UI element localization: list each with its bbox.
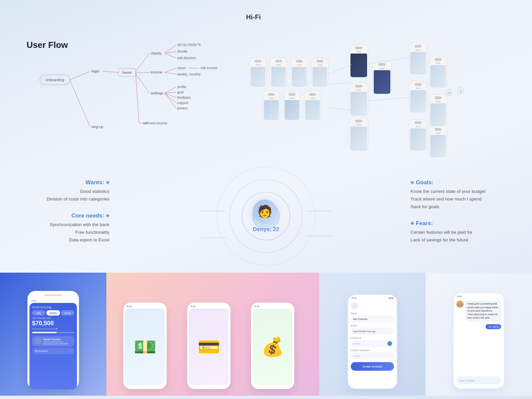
name-field[interactable]: Joe Cosmas bbox=[351, 315, 394, 323]
chat-bubble: Yearly goal is something that would make… bbox=[465, 301, 501, 322]
svg-text:add new income: add new income bbox=[143, 121, 167, 125]
svg-text:feedback: feedback bbox=[177, 96, 191, 99]
progress-bar-fill bbox=[32, 332, 57, 333]
icon-screen-1: 💵 bbox=[125, 309, 165, 385]
svg-text:-1: -1 bbox=[459, 89, 462, 93]
svg-line-44 bbox=[368, 97, 409, 101]
svg-line-5 bbox=[102, 71, 119, 72]
daily-toggle[interactable]: daily bbox=[32, 310, 46, 316]
person-avatar: 🧑 bbox=[253, 200, 277, 223]
mockup-phone-3 bbox=[291, 58, 308, 87]
greeting-text: Good morning, bbox=[32, 306, 74, 309]
bottom-panel-signup: 9:41 ●●● ← Name Joe Cosmas Email SuperMi… bbox=[319, 273, 426, 396]
mockup-phone-9 bbox=[372, 61, 392, 94]
svg-text:privacy: privacy bbox=[177, 106, 188, 110]
person-name: Denys, 22 bbox=[253, 226, 279, 233]
back-button[interactable]: ← bbox=[351, 302, 358, 310]
confirm-field[interactable]: •••••••• bbox=[351, 352, 394, 359]
svg-text:goal: goal bbox=[177, 90, 184, 94]
account-card: David Cosmas supermin@nHelp.app My yearl… bbox=[32, 336, 74, 346]
weekly-toggle[interactable]: weekly bbox=[47, 310, 60, 316]
confirm-label: Confirm Password bbox=[351, 349, 394, 351]
hifi-mockups-container: -1 -1 bbox=[246, 24, 512, 151]
mockup-phone-16 bbox=[409, 119, 427, 151]
fears-title: Fears: bbox=[411, 220, 485, 226]
mockup-phone-8 bbox=[349, 44, 368, 77]
chat-placeholder: Type message... bbox=[459, 379, 476, 382]
wants-text: Good statistics Division of costs into c… bbox=[47, 188, 109, 203]
status-time: 9:41 bbox=[351, 297, 357, 300]
svg-text:edit direction: edit direction bbox=[177, 56, 196, 60]
bottom-panel-3d-icons: 9:41 💵 9:41 💳 9:41 💰 bbox=[106, 273, 319, 396]
email-field[interactable]: SuperMin@nHelp.app bbox=[351, 328, 394, 335]
create-account-btn[interactable]: Create Account bbox=[351, 362, 394, 371]
time-2: 9:41 bbox=[188, 303, 230, 309]
bottom-panel-chat: 9:41 🤖 Yearly goal is something that wou… bbox=[426, 273, 532, 396]
wants-section: Wants: Good statistics Division of costs… bbox=[47, 179, 109, 203]
svg-line-11 bbox=[136, 74, 150, 93]
goal-label: Your Monthly Goal bbox=[32, 317, 74, 319]
account-details: David Cosmas supermin@nHelp.app My yearl… bbox=[44, 338, 68, 345]
user-bubble: OK, got it! bbox=[485, 324, 501, 329]
my-account-label: My Account bbox=[35, 349, 48, 352]
mockup-phone-15 bbox=[429, 94, 447, 126]
hifi-title: Hi-Fi bbox=[246, 13, 512, 21]
signal-icons: ●●● bbox=[389, 297, 394, 300]
svg-line-30 bbox=[165, 92, 176, 93]
user-text: OK, got it! bbox=[488, 326, 498, 328]
mockup-phone-6 bbox=[283, 91, 301, 120]
credit-card-3d-icon: 💳 bbox=[198, 336, 220, 358]
svg-text:report: report bbox=[177, 66, 186, 70]
top-section: User Flow onboarding login sing up home bbox=[0, 0, 532, 153]
password-field[interactable]: •••••••• bbox=[351, 340, 394, 347]
fears-dot bbox=[411, 221, 414, 225]
svg-line-12 bbox=[136, 72, 139, 123]
svg-text:edit income: edit income bbox=[200, 66, 218, 70]
chat-row: 🤖 Yearly goal is something that would ma… bbox=[457, 301, 501, 322]
fears-section: Fears: Certain features will be paid for… bbox=[411, 220, 485, 244]
svg-point-47 bbox=[457, 87, 464, 94]
svg-text:set up charily %: set up charily % bbox=[177, 43, 201, 47]
svg-point-45 bbox=[446, 89, 452, 96]
back-row[interactable]: ← bbox=[351, 302, 394, 310]
mockup-phone-1 bbox=[249, 58, 267, 87]
svg-text:login: login bbox=[91, 69, 99, 73]
goals-dot bbox=[411, 181, 414, 184]
svg-text:home: home bbox=[122, 70, 132, 74]
core-needs-section: Core needs: Synchronization with the ban… bbox=[47, 212, 109, 244]
status-bar: 9:41 bbox=[28, 297, 78, 303]
icon-phone-1: 9:41 💵 bbox=[123, 303, 167, 389]
svg-text:sing up: sing up bbox=[91, 125, 103, 129]
svg-text:profile: profile bbox=[177, 85, 187, 89]
yearly-toggle[interactable]: yearly bbox=[61, 310, 74, 316]
dashboard-phone: 9:41 Good morning, daily weekly yearly Y… bbox=[28, 291, 79, 389]
account-avatar bbox=[35, 337, 42, 345]
goal-amount: $70,500 bbox=[32, 320, 74, 327]
mockup-phone-11 bbox=[349, 117, 368, 151]
signup-phone: 9:41 ●●● ← Name Joe Cosmas Email SuperMi… bbox=[347, 294, 397, 389]
mockup-phone-7 bbox=[304, 91, 321, 120]
svg-line-29 bbox=[165, 87, 176, 93]
svg-line-17 bbox=[165, 53, 176, 58]
icon-phone-2: 9:41 💳 bbox=[187, 303, 230, 389]
mockup-phone-12 bbox=[409, 43, 427, 74]
icon-screen-2: 💳 bbox=[189, 309, 229, 385]
svg-line-22 bbox=[165, 68, 176, 72]
mockup-phone-10 bbox=[349, 82, 368, 116]
chat-text: Yearly goal is something that would make… bbox=[467, 302, 499, 320]
empathy-section: Wants: Good statistics Division of costs… bbox=[0, 160, 532, 273]
name-label: Name bbox=[351, 312, 394, 315]
money-bag-3d-icon: 💰 bbox=[261, 336, 284, 358]
mockup-phone-17 bbox=[429, 126, 447, 157]
chat-status-bar: 9:41 bbox=[454, 293, 504, 299]
toggle-row[interactable]: daily weekly yearly bbox=[32, 310, 74, 316]
account-goal-text: My yearly GOAL is $50,000 bbox=[44, 343, 68, 345]
svg-line-2 bbox=[70, 71, 90, 80]
my-account-row[interactable]: My Account › bbox=[32, 348, 74, 354]
empathy-center: 🧑 Denys, 22 bbox=[253, 200, 279, 233]
mockup-phone-13 bbox=[429, 56, 447, 87]
mockup-phone-5 bbox=[263, 91, 280, 120]
time-3: 9:41 bbox=[252, 303, 294, 309]
password-toggle[interactable] bbox=[387, 341, 392, 346]
chat-input[interactable]: Type message... bbox=[457, 376, 501, 384]
